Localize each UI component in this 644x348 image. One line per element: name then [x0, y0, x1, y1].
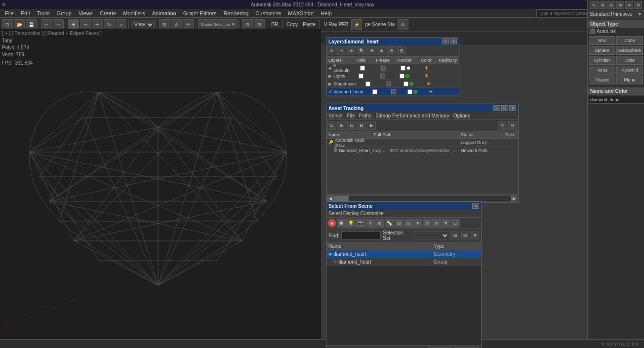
vray-pfb-label[interactable]: V-Ray PFB [322, 22, 350, 27]
sel-filter1-btn[interactable]: ▼ [442, 219, 450, 228]
prim-sphere[interactable]: Sphere [589, 46, 615, 55]
prim-torus[interactable]: Torus [589, 66, 615, 75]
scene-btn[interactable]: ⊕ [398, 19, 408, 30]
asset-dialog-close[interactable]: ✕ [509, 105, 516, 111]
layer-stage-freeze[interactable] [386, 81, 391, 86]
asset-menu-file[interactable]: File [347, 113, 355, 118]
layer-row-diamond[interactable]: ✔ diamond_heart ☀ [326, 88, 459, 96]
find-extra2[interactable]: ⊟ [461, 232, 469, 239]
select-dialog-close[interactable]: ✕ [472, 203, 479, 209]
asset-menu-paths[interactable]: Paths [359, 113, 372, 118]
layer-extra-btn[interactable]: ⊞ [397, 46, 406, 55]
find-input[interactable] [341, 232, 381, 239]
asset-refresh-btn[interactable]: ↻ [498, 121, 507, 130]
asset-hscrollbar[interactable] [333, 195, 511, 201]
sel-filter2-btn[interactable]: ⊿ [451, 219, 460, 228]
layer-new-btn[interactable]: ✕ [327, 46, 336, 55]
asset-row-diamond[interactable]: 🖼 Diamond_Heart_vray.... \R:D:\render\An… [326, 147, 518, 155]
menu-tools[interactable]: Tools [34, 10, 53, 17]
prim-box[interactable]: Box [589, 36, 615, 45]
layer-stage-render[interactable] [403, 81, 408, 86]
asset-btn2[interactable]: ⊞ [337, 121, 346, 130]
copy-label[interactable]: Copy [284, 22, 300, 27]
layer-lights-hide[interactable] [359, 74, 363, 78]
layer-settings-btn[interactable]: ⚙ [387, 46, 396, 55]
sel-invert-btn[interactable]: ⊛ [423, 219, 432, 228]
prim-cone[interactable]: Cone [616, 36, 643, 45]
layer-lights-freeze[interactable] [380, 74, 385, 78]
viewport-3d[interactable] [0, 29, 321, 348]
asset-btn4[interactable]: ⊠ [357, 121, 366, 130]
asset-settings-btn[interactable]: ⚙ [508, 121, 517, 130]
menu-edit[interactable]: Edit [18, 10, 33, 17]
panel-tab1[interactable]: ⊕ [590, 1, 598, 9]
prim-tube[interactable]: Tube [616, 56, 643, 65]
menu-customize[interactable]: Customize [252, 10, 284, 17]
layer-lights-color[interactable] [405, 74, 409, 78]
layer-row-lights[interactable]: ▶ Lights ☀ [326, 72, 459, 80]
menu-file[interactable]: File [2, 10, 17, 17]
select-menu-display[interactable]: Display [343, 211, 360, 216]
vray-icon-btn[interactable]: ⚡ [351, 19, 362, 30]
panel-tab2[interactable]: ⊞ [599, 1, 606, 9]
layer-default-freeze[interactable] [381, 66, 386, 71]
menu-group[interactable]: Group [53, 10, 75, 17]
menu-help[interactable]: Help [318, 10, 335, 17]
layer-lights-render[interactable] [400, 74, 404, 78]
sel-bones-btn[interactable]: 🦴 [385, 219, 394, 228]
sel-all-btn[interactable]: ✦ [413, 219, 422, 228]
layer-sel-obj-btn[interactable]: 🔍 [357, 46, 366, 55]
layer-diamond-freeze[interactable] [391, 89, 396, 94]
menu-graph-editors[interactable]: Graph Editors [180, 10, 220, 17]
layer-dialog-close[interactable]: ✕ [450, 39, 457, 44]
layer-hide-btn[interactable]: 👁 [367, 46, 376, 55]
asset-row-vault[interactable]: 🔑 Autodesk Vault 2012 Logged Out (... [326, 139, 518, 147]
panel-tab4[interactable]: ⊠ [616, 1, 624, 9]
menu-animation[interactable]: Animation [149, 10, 179, 17]
panel-tab3[interactable]: ⊟ [607, 1, 615, 9]
asset-scroll-thumb[interactable] [334, 196, 349, 201]
prim-cylinder[interactable]: Cylinder [589, 56, 615, 65]
sel-none-btn[interactable]: ⊜ [432, 219, 441, 228]
sel-cam-btn[interactable]: 📷 [356, 219, 365, 228]
select-row-diamond-geo[interactable]: ◉ diamond_heart Geometry [326, 250, 481, 258]
autolink-checkbox[interactable] [590, 29, 595, 34]
sel-light-btn[interactable]: 💡 [346, 219, 356, 228]
selection-set-select[interactable] [413, 232, 449, 239]
select-menu-customize[interactable]: Customize [361, 211, 384, 216]
menu-maxscript[interactable]: MAXScript [285, 10, 317, 17]
layer-default-render[interactable] [401, 66, 405, 71]
layer-row-stage[interactable]: ▶ StageLayer ☀ [326, 80, 459, 88]
layer-dialog-help[interactable]: ? [442, 39, 449, 44]
layer-freeze-btn[interactable]: ❄ [377, 46, 386, 55]
asset-dialog-max[interactable]: □ [501, 105, 508, 111]
paste-label[interactable]: Paste [301, 22, 318, 27]
asset-menu-bitmap[interactable]: Bitmap Performance and Memory [375, 113, 449, 118]
layer-diamond-color[interactable] [413, 90, 417, 94]
find-extra1[interactable]: ⊞ [451, 232, 459, 239]
menu-rendering[interactable]: Rendering [221, 10, 252, 17]
menu-create[interactable]: Create [97, 10, 119, 17]
menu-modifiers[interactable]: Modifiers [120, 10, 148, 17]
asset-scroll-left[interactable]: ◀ [327, 195, 333, 201]
prim-geosphere[interactable]: GeoSphere [616, 46, 643, 55]
standard-primitives-header[interactable]: Standard Primitives ▼ [588, 10, 644, 18]
layer-row-default[interactable]: ◈ 0 (default) ☀ [326, 64, 459, 72]
prim-plane[interactable]: Plane [616, 76, 643, 84]
asset-btn5[interactable]: ▶ [367, 121, 376, 130]
layer-diamond-render[interactable] [407, 89, 412, 94]
panel-tab6[interactable]: ⚙ [634, 1, 642, 9]
asset-btn3[interactable]: ⊟ [347, 121, 356, 130]
asset-scroll-right[interactable]: ▶ [511, 195, 517, 201]
asset-menu-options[interactable]: Options [453, 113, 470, 118]
layer-stage-hide[interactable] [365, 81, 370, 86]
layer-diamond-hide[interactable] [372, 89, 377, 94]
viewport-select[interactable]: View [131, 20, 155, 30]
sel-space-btn[interactable]: ⊕ [375, 219, 384, 228]
panel-tab5[interactable]: ⊛ [625, 1, 633, 9]
find-extra3[interactable]: ▼ [471, 232, 479, 239]
layer-del-btn[interactable]: + [337, 46, 346, 55]
sel-xref-btn[interactable]: ⊟ [404, 219, 413, 228]
asset-dialog-min[interactable]: ─ [493, 105, 500, 111]
object-name-input[interactable] [589, 96, 644, 104]
